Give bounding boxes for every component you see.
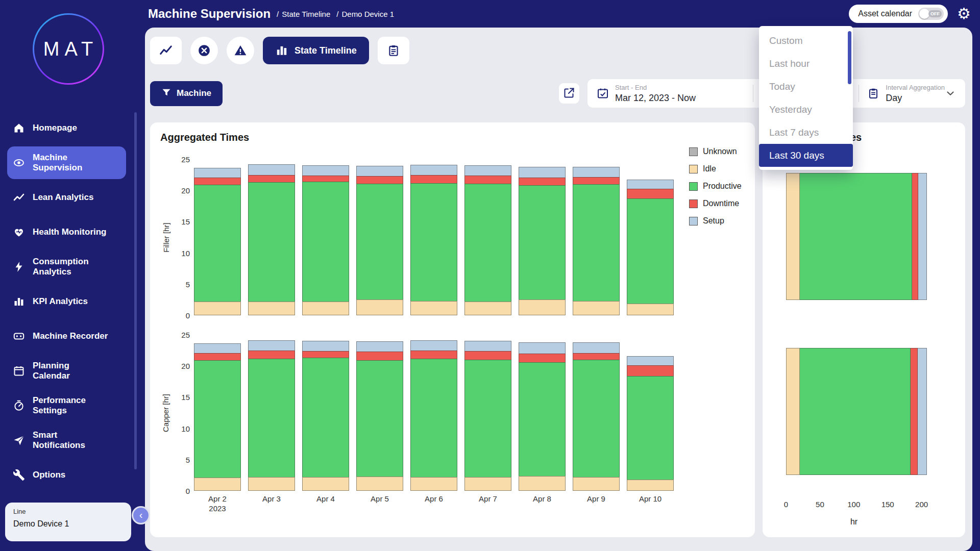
breadcrumb-demo-device[interactable]: /Demo Device 1 [336, 10, 394, 18]
stacked-bar [302, 165, 349, 315]
totals-card: Aggregated Times hr 050100150200 [763, 122, 965, 537]
sidebar-item-lean-analytics[interactable]: Lean Analytics [7, 181, 126, 214]
export-button[interactable] [559, 83, 579, 104]
chevron-down-icon[interactable] [945, 88, 956, 99]
calendar-check-icon [597, 87, 609, 99]
trend-view-button[interactable] [150, 37, 182, 64]
y-tick-label: 10 [181, 249, 190, 258]
open-in-new-icon [563, 87, 575, 101]
interval-aggregation-label: Interval Aggregation [886, 84, 945, 91]
sidebar-item-machine-supervision[interactable]: Machine Supervision [7, 146, 126, 179]
recorder-icon [12, 330, 26, 343]
date-range-field[interactable]: Start - End Mar 12, 2023 - Now [615, 84, 696, 104]
filler-stacked-chart: Filler [hr] 0510152025 [194, 159, 674, 315]
bar-segment-productive [464, 184, 511, 302]
legend-item: Setup [689, 216, 742, 226]
sidebar-scrollbar[interactable] [134, 112, 137, 469]
legend-label: Idle [703, 164, 716, 173]
stacked-bar [410, 340, 457, 491]
stacked-bar [519, 342, 566, 491]
bar-segment-productive [627, 376, 674, 480]
y-tick-label: 10 [181, 424, 190, 433]
sidebar-item-label: Consumption Analytics [33, 257, 89, 277]
x-axis-label: Apr 9 [573, 494, 620, 513]
stacked-bar [356, 166, 403, 315]
y-tick-label: 20 [181, 362, 190, 370]
cards-row: Aggregated Times UnknownIdleProductiveDo… [150, 122, 965, 537]
y-axis-title: Capper [hr] [161, 335, 170, 491]
sidebar-item-planning-calendar[interactable]: Planning Calendar [7, 355, 126, 387]
breadcrumb-state-timeline[interactable]: /State Timeline [277, 10, 330, 18]
state-timeline-tab[interactable]: State Timeline [263, 37, 369, 64]
legend-swatch [689, 199, 698, 208]
logo-text: MAT [38, 38, 98, 60]
bar-segment-downtime [410, 350, 457, 359]
report-button[interactable] [378, 37, 409, 64]
sidebar-collapse-button[interactable]: ‹ [132, 506, 150, 524]
stop-events-button[interactable] [190, 37, 218, 64]
interval-aggregation-value: Day [886, 93, 945, 104]
menu-item-last-hour[interactable]: Last hour [759, 52, 853, 75]
legend-label: Downtime [703, 199, 739, 208]
bar-segment-setup [573, 167, 620, 178]
stacked-bar [248, 340, 295, 491]
bar-segment-idle [627, 304, 674, 315]
menu-item-last-7-days[interactable]: Last 7 days [759, 121, 853, 144]
menu-item-last-30-days[interactable]: Last 30 days [759, 144, 853, 167]
stacked-bar [302, 341, 349, 491]
dropdown-scrollbar[interactable] [848, 31, 851, 84]
menu-item-today[interactable]: Today [759, 75, 853, 98]
calendar-icon [12, 364, 26, 378]
sidebar-item-machine-recorder[interactable]: Machine Recorder [7, 320, 126, 353]
bar-segment-setup [356, 166, 403, 176]
heart-pulse-icon [12, 226, 26, 239]
bar-segment-idle [786, 348, 800, 475]
bar-segment-productive [194, 360, 241, 478]
sidebar-item-performance-settings[interactable]: Performance Settings [7, 389, 126, 422]
sidebar-item-label: Machine Supervision [33, 153, 82, 173]
bar-segment-downtime [573, 353, 620, 360]
bar-segment-downtime [248, 350, 295, 359]
device-card[interactable]: Line Demo Device 1 [5, 503, 131, 541]
menu-item-custom[interactable]: Custom [759, 29, 853, 52]
toggle-switch[interactable]: OFF [918, 8, 944, 20]
sidebar-item-homepage[interactable]: Homepage [7, 112, 126, 144]
legend-label: Unknown [703, 147, 737, 156]
x-axis-label: Apr 7 [464, 494, 511, 513]
sidebar-item-options[interactable]: Options [7, 459, 126, 491]
bar-segment-productive [356, 360, 403, 477]
x-tick-label: 0 [784, 500, 788, 509]
bar-segment-downtime [627, 365, 674, 376]
bar-segment-setup [627, 180, 674, 188]
legend-item: Downtime [689, 199, 742, 208]
y-tick-label: 25 [181, 331, 190, 339]
sidebar-item-smart-notifications[interactable]: Smart Notifications [7, 424, 126, 457]
menu-item-yesterday[interactable]: Yesterday [759, 98, 853, 121]
bar-segment-downtime [194, 353, 241, 361]
sidebar-item-health-monitoring[interactable]: Health Monitoring [7, 216, 126, 248]
bar-segment-idle [248, 302, 295, 315]
sidebar-item-kpi-analytics[interactable]: KPI Analytics [7, 285, 126, 318]
sidebar-item-label: Planning Calendar [33, 361, 70, 381]
x-tick-label: 200 [915, 500, 928, 509]
interval-aggregation-select[interactable]: Interval Aggregation Day [886, 84, 945, 104]
sidebar-item-consumption-analytics[interactable]: Consumption Analytics [7, 251, 126, 283]
machine-filter-button[interactable]: Machine [150, 81, 223, 106]
bar-segment-setup [464, 165, 511, 176]
settings-gear-icon[interactable]: ⚙ [957, 6, 971, 21]
bar-segment-productive [248, 359, 295, 478]
x-axis: Apr 22023Apr 3Apr 4Apr 5Apr 6Apr 7Apr 8A… [194, 494, 674, 513]
bar-segment-setup [194, 168, 241, 177]
y-axis: 0510152025 [170, 159, 190, 315]
bar-segment-idle [410, 477, 457, 491]
bar-segment-downtime [194, 178, 241, 185]
bars-area [194, 159, 674, 315]
bar-segment-setup [302, 165, 349, 176]
bar-segment-idle [464, 302, 511, 315]
asset-calendar-toggle[interactable]: Asset calendar OFF [849, 5, 948, 23]
alarms-button[interactable] [227, 37, 254, 64]
state-bars-icon [275, 44, 288, 57]
stacked-bar [464, 341, 511, 491]
send-icon [12, 434, 26, 447]
y-tick-label: 25 [181, 155, 190, 164]
